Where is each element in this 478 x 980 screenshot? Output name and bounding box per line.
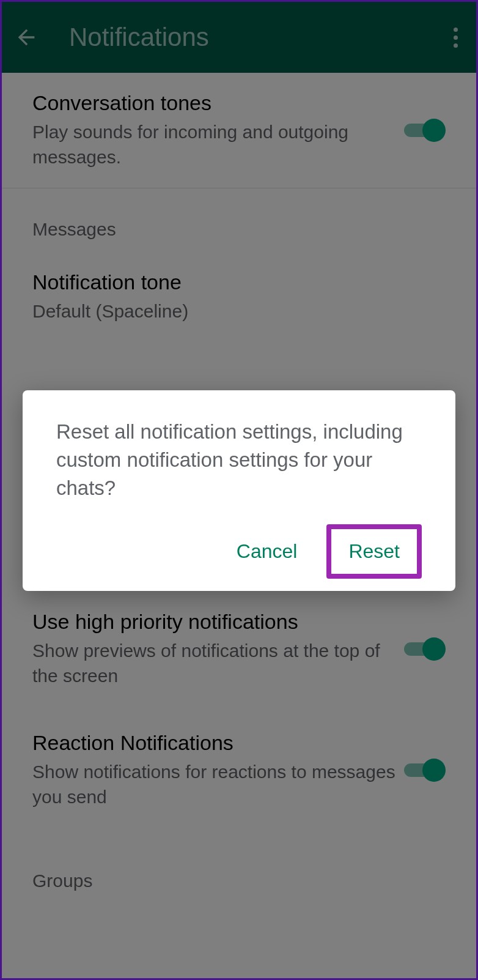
dialog-actions: Cancel Reset: [56, 524, 422, 579]
dialog-message: Reset all notification settings, includi…: [56, 418, 422, 503]
reset-highlight: Reset: [326, 524, 422, 579]
reset-button[interactable]: Reset: [331, 529, 417, 574]
reset-dialog: Reset all notification settings, includi…: [23, 390, 455, 591]
cancel-button[interactable]: Cancel: [219, 529, 315, 574]
